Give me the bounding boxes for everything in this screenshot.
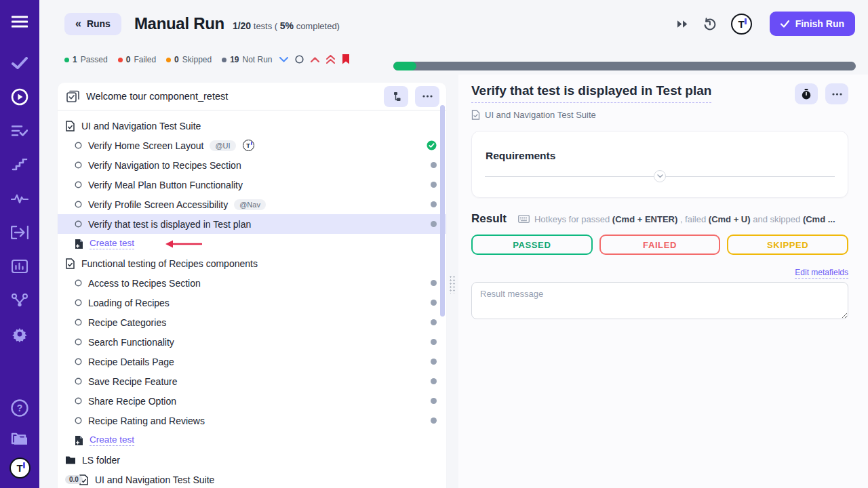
passed-legend: 1Passed (64, 55, 108, 64)
requirements-divider (485, 176, 835, 177)
folder-icon (65, 455, 76, 464)
create-test-link[interactable]: Create test (90, 238, 134, 249)
folder-icon (10, 430, 29, 445)
result-failed-button[interactable]: FAILED (599, 235, 721, 255)
test-row[interactable]: Verify that test is displayed in Test pl… (58, 214, 446, 234)
priority-critical-filter[interactable] (326, 55, 335, 64)
finish-run-button[interactable]: Finish Run (770, 12, 855, 36)
test-label: Loading of Recipes (88, 298, 170, 308)
back-to-runs-button[interactable]: « Runs (64, 13, 121, 35)
test-row[interactable]: Verify Meal Plan Button Functionality (58, 175, 446, 195)
test-row[interactable]: Verify Navigation to Recipes Section (58, 155, 446, 175)
test-row[interactable]: Verify Profile Screen Accessibility@Nav (58, 195, 446, 214)
test-row[interactable]: Loading of Recipes (58, 293, 446, 312)
app-logo-icon: T (9, 458, 31, 479)
svg-text:?: ? (17, 403, 23, 413)
ellipsis-icon (422, 95, 433, 98)
test-label: Search Functionality (88, 337, 174, 348)
checklist-icon (66, 90, 79, 102)
tree-scrollbar[interactable] (440, 105, 445, 317)
test-circle-icon (75, 417, 82, 424)
priority-blocker-filter[interactable] (342, 54, 350, 64)
sidebar-item-import[interactable] (0, 216, 39, 249)
back-to-runs-label: Runs (87, 18, 111, 29)
test-row[interactable]: Search Functionality (58, 332, 446, 352)
notrun-legend: 19Not Run (222, 55, 272, 64)
status-notrun-dot (431, 162, 437, 168)
sign-in-icon (11, 226, 28, 239)
expand-requirements-button[interactable] (654, 170, 666, 182)
check-icon (12, 57, 28, 69)
sidebar-item-pulse[interactable] (0, 182, 39, 216)
test-label: Access to Recipes Section (88, 278, 201, 289)
help-icon: ? (11, 399, 28, 417)
test-row[interactable]: Recipe Details Page (58, 352, 446, 371)
sidebar-item-projects[interactable] (0, 423, 39, 453)
suite-label: UI and Navigation Test Suite (95, 474, 214, 485)
sidebar-logo[interactable]: T (0, 453, 39, 483)
panel-splitter[interactable] (446, 75, 458, 488)
app-logo-icon: T (243, 140, 254, 151)
sidebar-item-test-plans[interactable] (0, 114, 39, 148)
test-circle-icon (75, 161, 82, 169)
test-circle-icon (75, 299, 82, 306)
fast-forward-icon (677, 20, 688, 28)
test-row[interactable]: Verify Home Screen Layout@UIT (58, 136, 446, 155)
folder-row[interactable]: LS folder (58, 450, 446, 470)
keyboard-icon (518, 215, 530, 223)
sidebar-item-analytics[interactable] (0, 249, 39, 283)
expand-collapse-filter[interactable] (279, 57, 288, 62)
sidebar-item-milestones[interactable] (0, 148, 39, 182)
edit-metafields-link[interactable]: Edit metafields (795, 268, 848, 279)
test-more-button[interactable] (825, 83, 848, 104)
app-logo-icon[interactable]: T (731, 14, 752, 35)
test-row[interactable]: Save Recipe Feature (58, 371, 446, 391)
test-row[interactable]: Recipe Categories (58, 312, 446, 332)
result-skipped-button[interactable]: SKIPPED (727, 235, 848, 255)
menu-icon (12, 16, 28, 28)
result-message-input[interactable] (471, 282, 848, 319)
test-row[interactable]: Recipe Rating and Reviews (58, 411, 446, 430)
test-row[interactable]: Share Recipe Option (58, 391, 446, 411)
bookmark-icon (342, 54, 350, 64)
timer-button[interactable] (795, 83, 818, 104)
suite-row[interactable]: Functional testing of Recipes components (58, 253, 446, 273)
retry-timer-button[interactable] (703, 18, 716, 30)
skipped-dot (166, 58, 171, 62)
requirements-title: Requirements (486, 150, 834, 162)
suite-row[interactable]: UI and Navigation Test Suite (58, 116, 446, 136)
priority-high-filter[interactable] (311, 57, 319, 62)
result-passed-button[interactable]: PASSED (471, 235, 593, 255)
finish-run-label: Finish Run (795, 18, 844, 29)
auto-advance-button[interactable] (677, 20, 688, 28)
sidebar-item-tests[interactable] (0, 46, 39, 80)
sidebar-item-runs[interactable] (0, 80, 39, 114)
test-title[interactable]: Verify that test is displayed in Test pl… (471, 83, 711, 103)
suite-progress-badge: 0.0 (65, 475, 83, 484)
create-test-link[interactable]: Create test (90, 434, 134, 446)
test-circle-icon (75, 358, 82, 365)
tree-more-button[interactable] (415, 86, 439, 107)
play-circle-icon (11, 88, 28, 106)
sidebar-item-branch[interactable] (0, 283, 39, 317)
suite-row[interactable]: 0.0UI and Navigation Test Suite (58, 470, 446, 488)
test-row[interactable]: Access to Recipes Section (58, 273, 446, 293)
test-tree-panel: Welcome tour component_retest UI and Nav… (58, 83, 446, 488)
progress-fill (393, 62, 416, 70)
priority-normal-filter[interactable] (295, 55, 304, 64)
stopwatch-icon (802, 89, 811, 100)
test-label: Share Recipe Option (88, 396, 176, 407)
sidebar-item-settings[interactable] (0, 317, 39, 351)
run-summary-bar: 1Passed 0Failed 0Skipped 19Not Run (39, 47, 868, 75)
status-notrun-dot (431, 280, 437, 286)
suite-breadcrumb[interactable]: UI and Navigation Test Suite (471, 110, 848, 120)
priority-filters (279, 54, 350, 64)
test-label: Verify Meal Plan Button Functionality (88, 180, 243, 190)
passed-dot (64, 58, 69, 62)
menu-button[interactable] (0, 7, 39, 37)
test-label: Recipe Categories (88, 317, 166, 328)
sidebar-item-help[interactable]: ? (0, 393, 39, 423)
tree-view-toggle-button[interactable] (384, 86, 408, 107)
run-progress-text: 1/20 tests ( 5% completed) (233, 16, 340, 31)
test-label: Verify Profile Screen Accessibility (88, 199, 228, 210)
